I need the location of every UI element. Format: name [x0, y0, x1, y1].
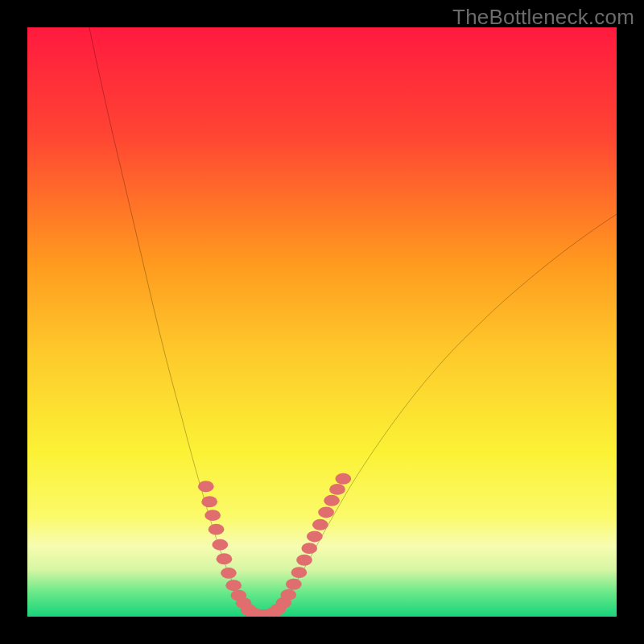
highlight-dot	[301, 543, 317, 554]
highlight-dot	[286, 579, 302, 590]
highlight-dot	[296, 555, 312, 566]
watermark-text: TheBottleneck.com	[452, 5, 634, 30]
highlight-dot	[318, 506, 334, 518]
chart-svg	[27, 27, 617, 617]
highlight-dot	[221, 568, 237, 579]
highlight-dot	[312, 519, 328, 530]
highlight-dot	[225, 580, 242, 591]
highlight-dot	[204, 510, 221, 521]
highlight-dot	[335, 473, 351, 485]
chart-frame: TheBottleneck.com	[0, 0, 644, 644]
highlight-dot	[324, 495, 340, 506]
highlight-dot	[291, 567, 308, 578]
highlight-dot	[208, 524, 225, 535]
highlight-dot	[307, 530, 323, 542]
highlight-dot	[198, 481, 214, 492]
highlight-dot	[201, 496, 217, 507]
highlight-dot	[329, 484, 345, 495]
highlight-dot	[212, 539, 228, 551]
plot-area	[27, 27, 617, 617]
highlight-dot	[280, 589, 296, 601]
highlight-dot	[217, 553, 233, 564]
